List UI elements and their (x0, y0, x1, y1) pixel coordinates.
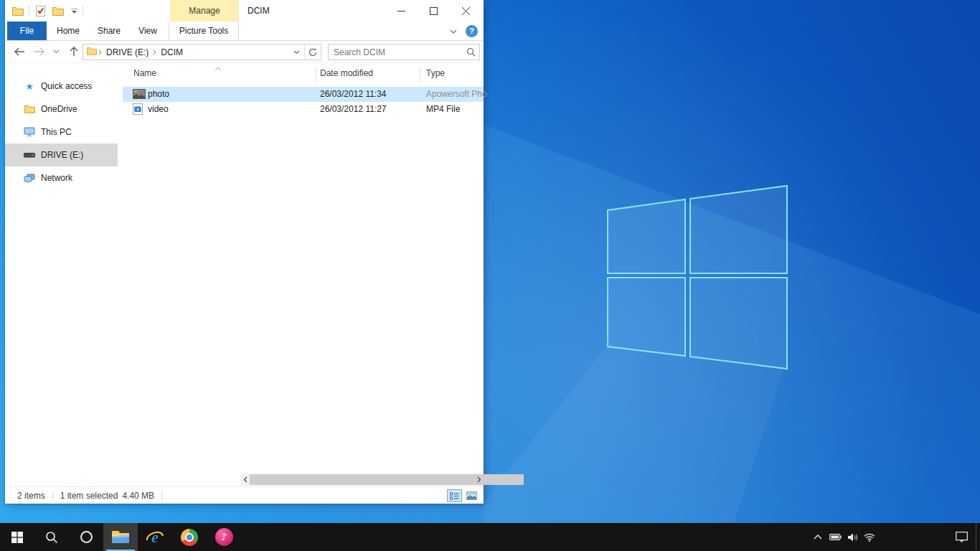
column-header-date-modified[interactable]: Date modified (320, 68, 373, 78)
sidebar-item-drive-e[interactable]: DRIVE (E:) (5, 143, 118, 166)
status-divider (161, 491, 162, 501)
sidebar-item-label: OneDrive (41, 104, 77, 114)
taskbar-file-explorer-button[interactable] (103, 523, 138, 551)
tab-share[interactable]: Share (93, 22, 126, 40)
ribbon-manage-group[interactable]: Manage (170, 0, 239, 22)
file-name: video (148, 104, 169, 114)
status-divider (52, 491, 53, 501)
expand-ribbon-chevron-icon[interactable] (450, 26, 457, 36)
maximize-button[interactable] (418, 0, 450, 22)
volume-icon[interactable] (844, 523, 861, 551)
up-button[interactable] (65, 43, 83, 60)
file-type: MP4 File (426, 104, 460, 114)
sidebar-item-network[interactable]: Network (5, 166, 118, 189)
scroll-right-arrow[interactable] (474, 474, 484, 486)
thumbnails-view-button[interactable] (464, 489, 479, 502)
details-view-button[interactable] (447, 489, 462, 502)
svg-text:e: e (151, 529, 158, 546)
explorer-window: Manage DCIM File Home Share View Picture… (5, 0, 484, 504)
breadcrumb-segment-drive[interactable]: DRIVE (E:) (103, 47, 151, 57)
taskbar-search-button[interactable] (34, 523, 69, 551)
photo-thumbnail-icon (133, 88, 146, 100)
file-date: 26/03/2012 11:27 (320, 104, 387, 114)
tab-home[interactable]: Home (52, 22, 85, 40)
sidebar-item-label: This PC (41, 127, 72, 137)
tab-picture-tools[interactable]: Picture Tools (169, 22, 239, 40)
action-center-button[interactable] (947, 523, 976, 551)
video-file-icon (133, 103, 146, 115)
address-dropdown-chevron[interactable] (288, 44, 304, 60)
status-bar: 2 items 1 item selected 4.40 MB (5, 486, 484, 504)
chrome-icon (181, 529, 198, 546)
scroll-left-arrow[interactable] (240, 474, 250, 486)
search-icon (45, 531, 58, 544)
explorer-app-icon[interactable] (11, 3, 25, 19)
new-folder-button[interactable] (51, 3, 65, 19)
column-header-type[interactable]: Type (426, 68, 445, 78)
column-divider[interactable] (420, 67, 420, 82)
file-row-video[interactable]: video 26/03/2012 11:27 MP4 File (123, 102, 484, 117)
forward-button[interactable] (31, 43, 48, 60)
itunes-button[interactable]: ♪ (207, 523, 241, 551)
navigation-pane: ★ Quick access OneDrive This PC DRIVE (E… (5, 63, 123, 486)
navigation-bar: DRIVE (E:) DCIM (5, 41, 484, 63)
breadcrumb-chevron-icon[interactable] (153, 47, 156, 57)
hidden-icons-chevron[interactable] (809, 523, 826, 551)
tab-view[interactable]: View (133, 22, 163, 40)
back-button[interactable] (11, 43, 28, 60)
help-button[interactable]: ? (466, 25, 478, 37)
recent-locations-chevron[interactable] (50, 43, 62, 60)
onedrive-folder-icon (24, 105, 35, 113)
file-date: 26/03/2012 11:34 (320, 89, 387, 99)
search-input[interactable] (329, 47, 462, 57)
ribbon-tab-row: File Home Share View Picture Tools ? (5, 22, 484, 41)
show-desktop-button[interactable] (976, 523, 980, 551)
taskbar: e ♪ (0, 523, 980, 551)
system-tray (809, 523, 980, 551)
file-row-photo[interactable]: photo 26/03/2012 11:34 Apowersoft Pho (123, 87, 484, 102)
customize-qat-chevron[interactable] (69, 3, 79, 19)
search-box (328, 44, 480, 60)
title-bar: Manage DCIM (5, 0, 484, 22)
sidebar-item-quick-access[interactable]: ★ Quick access (5, 75, 118, 98)
file-list: Name Date modified Type photo 26/03/2012… (123, 63, 484, 486)
drive-icon (24, 153, 35, 158)
tab-file[interactable]: File (7, 22, 47, 40)
search-icon[interactable] (462, 47, 479, 57)
close-button[interactable] (450, 0, 482, 22)
windows-logo-icon (11, 532, 23, 543)
battery-icon[interactable] (826, 523, 844, 551)
sidebar-item-onedrive[interactable]: OneDrive (5, 98, 118, 121)
address-bar[interactable]: DRIVE (E:) DCIM (83, 44, 321, 60)
itunes-icon: ♪ (215, 528, 233, 546)
selection-size: 4.40 MB (122, 491, 159, 501)
column-headers: Name Date modified Type (123, 66, 484, 83)
start-button[interactable] (0, 523, 34, 551)
sidebar-item-label: Network (41, 173, 72, 183)
minimize-button[interactable] (385, 0, 418, 22)
wifi-icon[interactable] (861, 523, 878, 551)
sidebar-item-this-pc[interactable]: This PC (5, 121, 118, 143)
sidebar-item-label: Quick access (41, 81, 92, 91)
sort-ascending-icon (215, 63, 222, 73)
qat-separator (29, 6, 29, 16)
breadcrumb-segment-dcim[interactable]: DCIM (158, 47, 186, 57)
file-type: Apowersoft Pho (426, 89, 487, 99)
refresh-button[interactable] (305, 44, 321, 60)
column-header-name[interactable]: Name (133, 68, 156, 78)
action-center-icon (956, 532, 968, 542)
chrome-button[interactable] (172, 523, 207, 551)
address-folder-icon (87, 47, 97, 57)
cortana-icon (80, 531, 93, 543)
quick-access-toolbar (11, 0, 83, 22)
window-title: DCIM (248, 0, 270, 22)
file-name: photo (148, 89, 169, 99)
quick-access-star-icon: ★ (24, 81, 35, 92)
cortana-button[interactable] (69, 523, 103, 551)
breadcrumb-chevron-icon[interactable] (98, 47, 102, 57)
properties-button[interactable] (33, 3, 47, 19)
column-divider[interactable] (316, 67, 316, 82)
internet-explorer-button[interactable]: e (138, 523, 172, 551)
horizontal-scrollbar[interactable] (240, 474, 484, 486)
sidebar-item-label: DRIVE (E:) (41, 150, 83, 160)
